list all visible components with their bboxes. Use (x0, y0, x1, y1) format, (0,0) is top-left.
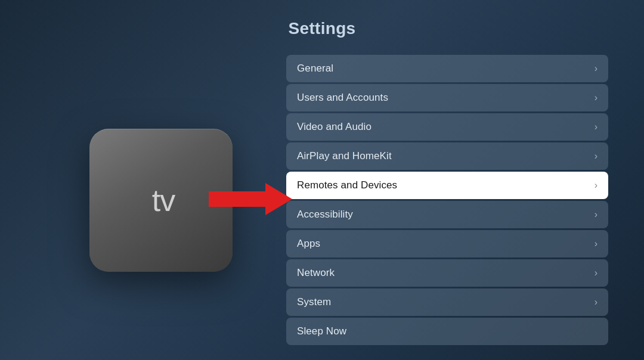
settings-label-system: System (297, 296, 331, 308)
settings-item-users-and-accounts[interactable]: Users and Accounts› (286, 84, 608, 111)
chevron-right-icon: › (595, 122, 597, 132)
settings-label-network: Network (297, 267, 335, 279)
chevron-right-icon: › (595, 209, 597, 220)
chevron-right-icon: › (595, 238, 597, 249)
settings-label-sleep-now: Sleep Now (297, 325, 346, 337)
settings-list: General›Users and Accounts›Video and Aud… (286, 55, 608, 345)
chevron-right-icon: › (595, 151, 597, 162)
apple-tv-device: tv (89, 129, 233, 272)
settings-item-network[interactable]: Network› (286, 259, 608, 287)
settings-label-accessibility: Accessibility (297, 209, 353, 221)
page-title: Settings (289, 19, 356, 38)
settings-label-video-and-audio: Video and Audio (297, 121, 371, 133)
settings-label-general: General (297, 63, 333, 75)
chevron-right-icon: › (595, 268, 597, 278)
device-container: tv (36, 129, 286, 272)
settings-item-sleep-now[interactable]: Sleep Now (286, 318, 608, 345)
settings-item-general[interactable]: General› (286, 55, 608, 82)
tv-text: tv (152, 182, 175, 218)
chevron-right-icon: › (595, 92, 597, 103)
settings-item-video-and-audio[interactable]: Video and Audio› (286, 113, 608, 141)
chevron-right-icon: › (595, 297, 597, 308)
apple-tv-label: tv (147, 182, 175, 218)
chevron-right-icon: › (595, 180, 597, 191)
settings-label-airplay-and-homekit: AirPlay and HomeKit (297, 150, 392, 162)
main-content: tv General›Users and Accounts›Video and … (0, 55, 644, 345)
settings-label-users-and-accounts: Users and Accounts (297, 92, 388, 104)
settings-label-remotes-and-devices: Remotes and Devices (297, 179, 397, 191)
settings-item-remotes-and-devices[interactable]: Remotes and Devices› (286, 172, 608, 199)
settings-item-system[interactable]: System› (286, 288, 608, 316)
settings-item-airplay-and-homekit[interactable]: AirPlay and HomeKit› (286, 142, 608, 170)
chevron-right-icon: › (595, 63, 597, 74)
settings-item-apps[interactable]: Apps› (286, 230, 608, 257)
settings-item-accessibility[interactable]: Accessibility› (286, 201, 608, 228)
settings-label-apps: Apps (297, 238, 320, 250)
